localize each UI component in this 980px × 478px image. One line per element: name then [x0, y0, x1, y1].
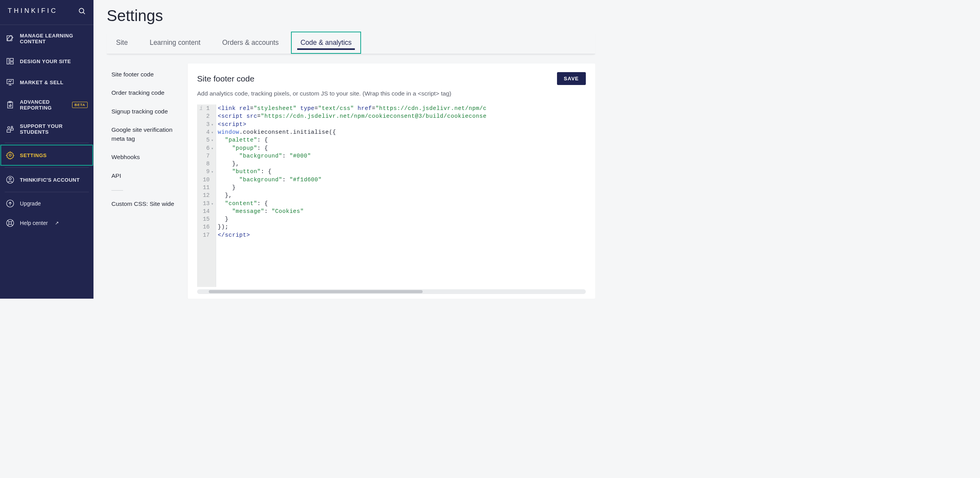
svg-line-22 — [11, 224, 13, 226]
panel-header: Site footer code SAVE — [197, 72, 586, 85]
sidebar-item-design[interactable]: DESIGN YOUR SITE — [0, 51, 93, 72]
edit-icon — [6, 34, 14, 43]
external-link-icon: ↗ — [55, 220, 59, 226]
subnav-order-tracking[interactable]: Order tracking code — [111, 83, 178, 102]
editor-panel: Site footer code SAVE Add analytics code… — [188, 64, 595, 299]
code-editor[interactable]: i 1 2 3▾4▾5▾6▾7 8 9▾10 11 12 13▾14 15 16… — [197, 104, 586, 294]
svg-rect-12 — [7, 130, 11, 132]
search-icon[interactable] — [78, 7, 86, 15]
user-circle-icon — [6, 175, 14, 184]
sidebar-item-manage-learning[interactable]: MANAGE LEARNING CONTENT — [0, 27, 93, 51]
sidebar-item-label: DESIGN YOUR SITE — [20, 58, 71, 64]
svg-point-17 — [9, 178, 11, 180]
scrollbar-thumb[interactable] — [209, 290, 423, 293]
sidebar-item-reporting[interactable]: ADVANCED REPORTING BETA — [0, 93, 93, 117]
divider — [5, 143, 89, 143]
sidebar-item-label: MANAGE LEARNING CONTENT — [20, 33, 88, 44]
editor-gutter: i 1 2 3▾4▾5▾6▾7 8 9▾10 11 12 13▾14 15 16… — [197, 104, 216, 287]
svg-line-23 — [8, 224, 9, 226]
page-title: Settings — [107, 7, 595, 25]
panel-description: Add analytics code, tracking pixels, or … — [197, 89, 586, 98]
students-icon — [6, 125, 14, 133]
beta-badge: BETA — [72, 102, 88, 108]
sidebar-item-label: THINKIFIC'S ACCOUNT — [20, 177, 80, 183]
sidebar-item-label: SETTINGS — [20, 152, 47, 158]
subnav-webhooks[interactable]: Webhooks — [111, 148, 178, 166]
sidebar-item-help[interactable]: Help center ↗ — [0, 213, 93, 233]
sidebar-item-label: ADVANCED REPORTING — [20, 99, 67, 111]
sidebar-item-label: Help center — [20, 220, 48, 226]
editor-code-area[interactable]: <link rel="stylesheet" type="text/css" h… — [216, 104, 586, 287]
sidebar-item-support[interactable]: SUPPORT YOUR STUDENTS — [0, 117, 93, 141]
save-button[interactable]: SAVE — [557, 72, 586, 85]
tab-site[interactable]: Site — [107, 32, 137, 54]
help-icon — [6, 219, 14, 227]
panel-title: Site footer code — [197, 74, 254, 83]
svg-rect-3 — [7, 58, 9, 64]
svg-point-20 — [9, 221, 11, 224]
subnav-google-verification[interactable]: Google site verification meta tag — [111, 120, 178, 148]
svg-line-1 — [83, 12, 85, 14]
svg-rect-14 — [11, 128, 13, 130]
subnav-custom-css[interactable]: Custom CSS: Site wide — [111, 195, 178, 213]
sidebar-item-label: SUPPORT YOUR STUDENTS — [20, 123, 88, 135]
subnav-site-footer-code[interactable]: Site footer code — [111, 65, 178, 83]
svg-rect-5 — [10, 62, 13, 64]
settings-subnav: Site footer code Order tracking code Sig… — [107, 64, 180, 299]
svg-point-19 — [7, 220, 14, 227]
svg-line-21 — [8, 221, 9, 222]
svg-point-13 — [11, 126, 13, 128]
subnav-signup-tracking[interactable]: Signup tracking code — [111, 102, 178, 120]
svg-line-24 — [11, 221, 13, 222]
upgrade-icon — [6, 199, 14, 208]
svg-point-15 — [9, 154, 11, 156]
presentation-icon — [6, 78, 14, 87]
tab-code-analytics[interactable]: Code & analytics — [291, 32, 361, 54]
divider — [5, 167, 89, 168]
main-content: Settings Site Learning content Orders & … — [93, 0, 608, 299]
horizontal-scrollbar[interactable] — [197, 289, 586, 294]
divider — [5, 192, 89, 192]
tabs: Site Learning content Orders & accounts … — [107, 32, 595, 54]
svg-rect-4 — [10, 58, 13, 61]
tab-learning-content[interactable]: Learning content — [140, 32, 210, 54]
svg-point-11 — [8, 127, 10, 129]
sidebar-item-upgrade[interactable]: Upgrade — [0, 194, 93, 213]
divider — [111, 190, 123, 191]
sidebar-item-label: Upgrade — [20, 200, 41, 207]
sidebar-nav: MANAGE LEARNING CONTENT DESIGN YOUR SITE… — [0, 25, 93, 299]
sidebar-header: THINKIFIC — [0, 0, 93, 25]
gear-icon — [6, 151, 14, 159]
sidebar-item-market[interactable]: MARKET & SELL — [0, 72, 93, 93]
content-row: Site footer code Order tracking code Sig… — [107, 64, 595, 299]
sidebar: THINKIFIC MANAGE LEARNING CONTENT DESIGN… — [0, 0, 93, 299]
brand-logo: THINKIFIC — [8, 7, 58, 15]
layout-icon — [6, 57, 14, 66]
subnav-api[interactable]: API — [111, 166, 178, 185]
tab-orders-accounts[interactable]: Orders & accounts — [213, 32, 288, 54]
sidebar-item-settings[interactable]: SETTINGS — [0, 145, 93, 166]
sidebar-item-label: MARKET & SELL — [20, 80, 63, 85]
clipboard-chart-icon — [6, 101, 14, 109]
sidebar-item-account[interactable]: THINKIFIC'S ACCOUNT — [0, 169, 93, 190]
